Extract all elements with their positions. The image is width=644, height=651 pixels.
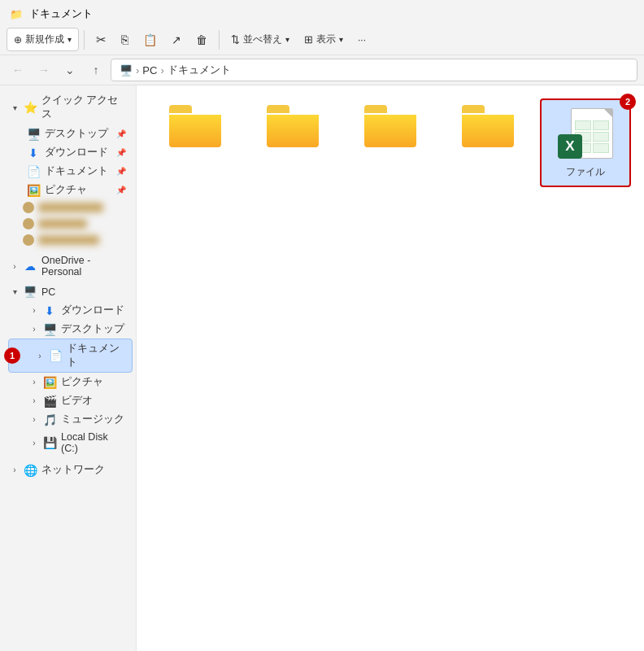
excel-file-name: ファイル: [566, 165, 605, 179]
sidebar-onedrive-header[interactable]: › ☁ OneDrive - Personal: [3, 251, 133, 279]
pin-icon-4: 📌: [116, 186, 126, 194]
back-button[interactable]: ←: [7, 59, 29, 81]
view-arrow-icon: ▾: [339, 35, 343, 44]
network-label: ネットワーク: [41, 463, 105, 477]
sidebar-item-music-pc[interactable]: › 🎵 ミュージック: [3, 410, 133, 429]
folder-icon-3: [364, 105, 416, 147]
sort-button[interactable]: ⇅ 並べ替え ▾: [224, 28, 296, 50]
sidebar-item-download-quick[interactable]: ⬇ ダウンロード 📌: [3, 143, 133, 162]
onedrive-expand-icon: ›: [7, 262, 23, 271]
delete-button[interactable]: 🗑: [189, 29, 214, 50]
up-button[interactable]: ↑: [85, 59, 107, 81]
delete-icon: 🗑: [196, 33, 207, 46]
sidebar-item-docs-quick[interactable]: 📄 ドキュメント 📌: [3, 162, 133, 181]
localdisk-expand-icon: ›: [26, 439, 42, 448]
breadcrumb-pc[interactable]: PC: [142, 64, 157, 76]
forward-button[interactable]: →: [33, 59, 55, 81]
folder-item-3[interactable]: [345, 98, 436, 187]
folder-icon-2: [267, 105, 319, 147]
copy-icon: ⎘: [121, 33, 128, 46]
plus-icon: ⊕: [14, 34, 22, 46]
paste-icon: 📋: [143, 33, 157, 46]
toolbar-divider-1: [84, 30, 85, 50]
copy-button[interactable]: ⎘: [115, 28, 135, 50]
music-pc-expand-icon: ›: [26, 415, 42, 424]
toolbar: ⊕ 新規作成 ▾ ✂ ⎘ 📋 ↗ 🗑 ⇅ 並べ替え ▾ ⊞ 表示 ▾ ···: [0, 24, 644, 55]
sidebar-network-header[interactable]: › 🌐 ネットワーク: [3, 460, 133, 478]
sidebar-item-docs-pc[interactable]: 1 › 📄 ドキュメント: [8, 339, 133, 373]
excel-icon: X: [558, 107, 613, 162]
pin-icon: 📌: [116, 129, 126, 138]
video-pc-icon: 🎬: [42, 395, 57, 408]
pin-icon-2: 📌: [116, 148, 126, 157]
sidebar-blurred-1: [3, 199, 133, 216]
sidebar-item-localdisk-pc[interactable]: › 💾 Local Disk (C:): [3, 429, 133, 457]
paste-button[interactable]: 📋: [137, 29, 163, 50]
more-icon: ···: [358, 34, 366, 46]
picture-icon: 🖼️: [26, 184, 41, 197]
sidebar-pc-header[interactable]: ▾ 🖥️ PC: [3, 282, 133, 299]
pictures-pc-expand-icon: ›: [26, 378, 42, 387]
download-icon: ⬇: [26, 146, 41, 159]
sidebar-blurred-2: [3, 216, 133, 232]
sidebar-item-video-pc[interactable]: › 🎬 ビデオ: [3, 391, 133, 410]
breadcrumb-docs[interactable]: ドキュメント: [168, 63, 231, 77]
sidebar-item-desktop-quick[interactable]: 🖥️ デスクトップ 📌: [3, 125, 133, 143]
breadcrumb-sep-1: ›: [136, 64, 139, 76]
quick-access-label: クイック アクセス: [41, 94, 126, 121]
more-button[interactable]: ···: [351, 30, 372, 50]
sidebar-item-desktop-pc[interactable]: › 🖥️ デスクトップ: [3, 320, 133, 339]
docs-pc-icon: 📄: [48, 349, 63, 362]
sidebar-item-pictures-pc[interactable]: › 🖼️ ピクチャ: [3, 373, 133, 391]
new-arrow-icon: ▾: [67, 35, 72, 44]
step-badge-2: 2: [620, 94, 636, 110]
breadcrumb[interactable]: 🖥️ › PC › ドキュメント: [111, 59, 637, 81]
excel-file-item[interactable]: 2 X: [540, 98, 631, 187]
network-icon: 🌐: [23, 464, 37, 477]
folder-item-1[interactable]: [150, 98, 241, 187]
main-layout: ▾ ⭐ クイック アクセス 🖥️ デスクトップ 📌 ⬇ ダウンロード 📌 📄 ド…: [0, 85, 644, 651]
content-area: 2 X: [137, 85, 644, 651]
desktop-icon: 🖥️: [26, 128, 41, 141]
desktop-pc-expand-icon: ›: [26, 325, 42, 334]
sort-icon: ⇅: [231, 33, 240, 46]
view-icon: ⊞: [304, 33, 313, 46]
sidebar-item-pictures-quick[interactable]: 🖼️ ピクチャ 📌: [3, 181, 133, 199]
desktop-pc-icon: 🖥️: [42, 323, 57, 336]
title-bar: 📁 ドキュメント: [0, 0, 644, 24]
pin-icon-3: 📌: [116, 167, 126, 176]
sidebar-item-download-pc[interactable]: › ⬇ ダウンロード: [3, 301, 133, 320]
share-button[interactable]: ↗: [165, 29, 188, 50]
step-badge-1: 1: [4, 347, 20, 364]
sort-arrow-icon: ▾: [285, 35, 289, 44]
docs-icon: 📄: [26, 165, 41, 178]
dropdown-button[interactable]: ⌄: [59, 59, 81, 81]
localdisk-icon: 💾: [42, 436, 57, 449]
video-pc-expand-icon: ›: [26, 396, 42, 405]
cut-button[interactable]: ✂: [89, 28, 113, 51]
onedrive-label: OneDrive - Personal: [41, 255, 126, 277]
toolbar-divider-2: [219, 30, 220, 50]
download-pc-icon: ⬇: [42, 304, 57, 317]
folder-item-2[interactable]: [247, 98, 338, 187]
cut-icon: ✂: [96, 33, 107, 47]
sidebar-quick-access-header[interactable]: ▾ ⭐ クイック アクセス: [3, 90, 133, 123]
share-icon: ↗: [172, 33, 181, 46]
pc-icon: 🖥️: [23, 286, 37, 298]
network-expand-icon: ›: [7, 465, 23, 474]
folder-icon-1: [169, 105, 221, 147]
title-text: ドキュメント: [29, 7, 93, 21]
pc-label: PC: [41, 286, 55, 298]
folder-icon-4: [462, 105, 514, 147]
new-button[interactable]: ⊕ 新規作成 ▾: [7, 28, 79, 51]
sidebar: ▾ ⭐ クイック アクセス 🖥️ デスクトップ 📌 ⬇ ダウンロード 📌 📄 ド…: [0, 85, 137, 651]
folder-item-4[interactable]: [442, 98, 533, 187]
download-pc-expand-icon: ›: [26, 306, 42, 315]
quick-access-expand-icon: ▾: [7, 103, 23, 112]
music-pc-icon: 🎵: [42, 413, 57, 426]
docs-pc-expand-icon: ›: [32, 352, 48, 360]
new-button-label: 新規作成: [25, 33, 64, 46]
sidebar-blurred-3: [3, 232, 133, 248]
onedrive-icon: ☁: [23, 260, 37, 273]
view-button[interactable]: ⊞ 表示 ▾: [298, 28, 350, 50]
